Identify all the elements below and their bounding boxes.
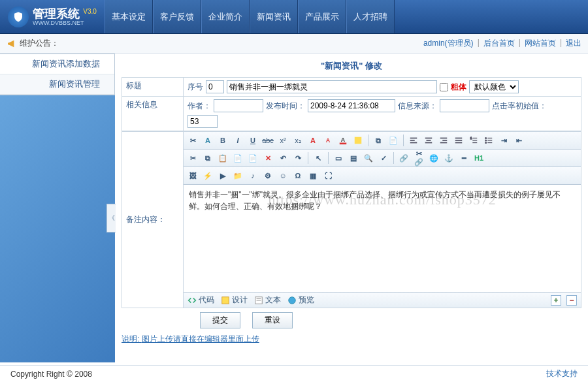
cut-icon[interactable]: ✂ (186, 134, 199, 147)
globe-icon[interactable]: 🌐 (427, 151, 440, 165)
unordered-list-icon[interactable] (482, 134, 495, 147)
logout-link[interactable]: 退出 (566, 38, 581, 49)
nav-item-feedback[interactable]: 客户反馈 (153, 0, 201, 33)
align-right-icon[interactable] (437, 134, 450, 147)
nav-item-company[interactable]: 企业简介 (201, 0, 250, 33)
table-icon[interactable]: ▦ (306, 169, 319, 182)
underline-icon[interactable]: U (246, 134, 259, 147)
find-icon[interactable]: 🔍 (362, 151, 375, 165)
anchor-icon[interactable]: ⚓ (442, 151, 455, 165)
gear-icon[interactable]: ⚙ (261, 169, 274, 182)
upload-note: 说明: 图片上传请直接在编辑器里面上传 (122, 332, 581, 346)
indent-icon[interactable]: ⇥ (497, 134, 510, 147)
align-center-icon[interactable] (422, 134, 435, 147)
copy-icon[interactable]: ⧉ (372, 134, 385, 147)
superscript-icon[interactable]: x² (276, 134, 289, 147)
upload-note-link[interactable]: 图片上传请直接在编辑器里面上传 (142, 334, 259, 343)
nav-item-basic[interactable]: 基本设定 (105, 0, 153, 33)
align-justify-icon[interactable] (452, 134, 465, 147)
nav-item-news[interactable]: 新闻资讯 (250, 0, 298, 33)
spellcheck-icon[interactable]: ✓ (377, 151, 390, 165)
tab-code[interactable]: 代码 (188, 294, 214, 306)
heading-icon[interactable]: H1 (472, 151, 485, 165)
font-a-icon[interactable]: A (201, 134, 214, 147)
hr-icon[interactable]: ━ (457, 151, 470, 165)
tab-design[interactable]: 设计 (221, 294, 248, 306)
svg-text:1: 1 (470, 136, 472, 140)
editor-expand-button[interactable]: + (551, 295, 561, 306)
svg-text:A: A (341, 136, 346, 143)
emoji-icon[interactable]: ☺ (276, 169, 289, 182)
date-label: 发布时间： (266, 101, 305, 112)
image-icon[interactable]: 🖼 (186, 169, 199, 182)
row-title: 标题 序号 粗体 默认颜色 (122, 78, 581, 97)
ordered-list-icon[interactable]: 1 (467, 134, 480, 147)
logo-area: 管理系统 V3.0 WWW.DVBBS.NET (0, 0, 105, 33)
title-input[interactable] (227, 80, 437, 93)
fullscreen-icon[interactable]: ⛶ (321, 169, 335, 182)
editor-shrink-button[interactable]: − (566, 295, 577, 306)
unlink-icon[interactable]: ✂🔗 (412, 151, 425, 165)
paste-word-icon[interactable]: 📄 (231, 151, 244, 165)
scissors-icon[interactable]: ✂ (186, 151, 199, 165)
app-header: 管理系统 V3.0 WWW.DVBBS.NET 基本设定 客户反馈 企业简介 新… (0, 0, 588, 34)
redo-icon[interactable]: ↷ (291, 151, 304, 165)
user-link[interactable]: admin(管理员) (423, 38, 474, 49)
svg-point-23 (485, 142, 487, 144)
backcolor-icon[interactable] (351, 134, 365, 147)
source-input[interactable] (440, 99, 489, 112)
forecolor-icon[interactable]: A (336, 134, 350, 147)
paste-icon[interactable]: 📄 (387, 134, 400, 147)
reset-button[interactable]: 重设 (252, 312, 293, 328)
flash-icon[interactable]: ⚡ (201, 169, 214, 182)
media-icon[interactable]: ▶ (216, 169, 229, 182)
announcement-icon (7, 39, 17, 49)
outdent-icon[interactable]: ⇤ (512, 134, 525, 147)
source-label: 信息来源： (398, 101, 437, 112)
author-input[interactable] (214, 99, 263, 112)
sidebar-item-news-manage[interactable]: 新闻资讯管理 (0, 74, 114, 95)
strike-icon[interactable]: abc (261, 134, 274, 147)
delete-icon[interactable]: ✕ (261, 151, 274, 165)
subscript-icon[interactable]: x₂ (291, 134, 304, 147)
bold-toggle-link[interactable]: 粗体 (451, 82, 466, 93)
paste-text-icon[interactable]: 📄 (246, 151, 259, 165)
font-inc-icon[interactable]: A (306, 134, 319, 147)
brand-subtitle: WWW.DVBBS.NET (33, 20, 97, 26)
paste2-icon[interactable]: 📋 (216, 151, 229, 165)
select-all-icon[interactable]: ▭ (332, 151, 345, 165)
brand-version: V3.0 (83, 8, 97, 15)
bold-checkbox[interactable] (440, 83, 448, 91)
seq-input[interactable] (206, 80, 224, 93)
font-color-select[interactable]: 默认颜色 (469, 80, 519, 93)
tab-text[interactable]: 文本 (254, 294, 281, 306)
svg-rect-25 (222, 296, 229, 304)
music-icon[interactable]: ♪ (246, 169, 259, 182)
remove-format-icon[interactable]: ▤ (347, 151, 360, 165)
tab-preview[interactable]: 预览 (287, 294, 314, 306)
seq-label: 序号 (188, 82, 203, 93)
editor-toolbar-3: 🖼 ⚡ ▶ 📁 ♪ ⚙ ☺ Ω ▦ ⛶ (184, 167, 581, 185)
bold-icon[interactable]: B (216, 134, 229, 147)
sidebar-item-news-add[interactable]: 新闻资讯添加数据 (0, 54, 114, 74)
align-left-icon[interactable] (407, 134, 420, 147)
sidebar-collapse-handle[interactable]: 《 (106, 204, 116, 232)
submit-button[interactable]: 提交 (200, 312, 240, 328)
pointer-icon[interactable]: ↖ (312, 151, 325, 165)
date-input[interactable] (308, 99, 395, 112)
special-char-icon[interactable]: Ω (291, 169, 304, 182)
nav-item-products[interactable]: 产品展示 (298, 0, 346, 33)
font-dec-icon[interactable]: A (321, 134, 335, 147)
svg-rect-2 (355, 137, 362, 144)
undo-icon[interactable]: ↶ (276, 151, 289, 165)
site-home-link[interactable]: 网站首页 (525, 38, 556, 49)
admin-home-link[interactable]: 后台首页 (483, 38, 515, 49)
main-layout: 新闻资讯添加数据 新闻资讯管理 《 "新闻资讯" 修改 标题 序号 粗体 默认颜… (0, 54, 588, 362)
copy2-icon[interactable]: ⧉ (201, 151, 214, 165)
editor-canvas[interactable]: 销售并非一"捆"一"绑"就灵。很多企业由于捆绑产品选择、捆绑行为或宣传方式不当而… (184, 185, 581, 292)
nav-item-jobs[interactable]: 人才招聘 (346, 0, 395, 33)
file-icon[interactable]: 📁 (231, 169, 244, 182)
link-icon[interactable]: 🔗 (397, 151, 410, 165)
italic-icon[interactable]: I (231, 134, 244, 147)
hits-input[interactable] (188, 115, 218, 128)
